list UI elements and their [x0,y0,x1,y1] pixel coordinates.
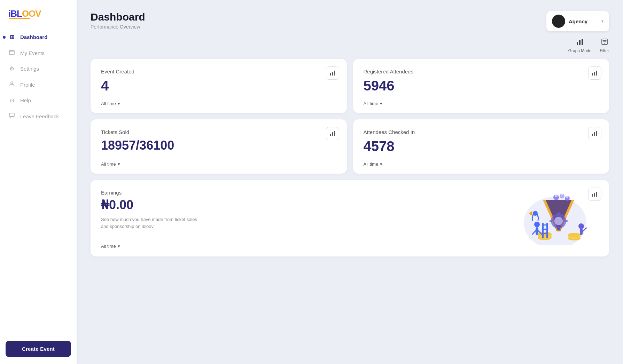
chevron-down-icon: ▾ [380,161,382,167]
svg-rect-27 [596,192,597,197]
attendees-checked-in-card: Attendees Checked In 4578 All time ▾ [353,119,609,174]
earnings-card: Earnings ₦0.00 See how much you have mad… [91,180,609,256]
sidebar-item-settings[interactable]: ⚙ Settings [0,61,77,77]
sidebar-item-label: Settings [20,66,39,72]
agency-selector[interactable]: Agency ▾ [546,11,609,31]
tickets-sold-card: Tickets Sold 18957/36100 All time ▾ [91,119,347,174]
attendees-checked-title: Attendees Checked In [364,129,599,135]
earnings-graph-button[interactable] [588,188,601,201]
sidebar-item-help[interactable]: ⊙ Help [0,93,77,108]
svg-rect-23 [594,132,595,136]
sidebar-item-label: Leave Feedback [20,113,59,119]
tickets-sold-graph-button[interactable] [326,127,339,140]
attendees-checked-graph-button[interactable] [588,127,601,140]
svg-rect-35 [558,212,560,215]
sidebar-item-profile[interactable]: Profile [0,77,77,93]
svg-rect-55 [580,229,583,235]
filter-label: Filter [600,48,609,53]
event-created-graph-button[interactable] [326,66,339,80]
registered-attendees-card: Registered Attendees 5946 All time ▾ [353,59,609,113]
svg-rect-65 [530,212,532,215]
svg-point-50 [534,222,540,227]
earnings-description: See how much you have made from ticket s… [101,216,205,230]
dashboard-icon: ⊞ [8,34,15,40]
tickets-sold-footer: All time ▾ [101,156,336,167]
alltime-label: All time [101,161,116,167]
sidebar: iBLOOV ⊞ Dashboard My Events ⚙ Settings [0,0,77,364]
alltime-label: All time [101,244,116,249]
registered-attendees-value: 5946 [364,79,599,93]
agency-avatar [552,15,565,28]
svg-rect-0 [9,50,14,55]
registered-attendees-graph-button[interactable] [588,66,601,80]
svg-point-4 [11,82,13,84]
svg-rect-24 [596,131,597,136]
svg-rect-7 [579,40,581,45]
svg-rect-38 [565,220,568,222]
page-header: Dashboard Performance Overview Agency ▾ [77,0,623,38]
earnings-alltime-button[interactable]: All time ▾ [101,244,120,249]
agency-name: Agency [569,18,598,24]
registered-attendees-title: Registered Attendees [364,69,599,74]
svg-point-62 [566,196,569,198]
sidebar-item-dashboard[interactable]: ⊞ Dashboard [0,29,77,45]
event-created-value: 4 [101,79,336,93]
chevron-down-icon: ▾ [118,101,120,106]
logo: iBLOOV [0,0,77,26]
svg-rect-8 [582,39,583,45]
sidebar-item-label: Help [20,97,31,103]
attendees-checked-alltime-button[interactable]: All time ▾ [364,161,383,167]
page-title: Dashboard [91,11,145,23]
earnings-content: Earnings ₦0.00 See how much you have mad… [101,190,501,249]
earnings-value: ₦0.00 [101,199,501,211]
create-event-button[interactable]: Create Event [6,341,71,357]
svg-rect-20 [332,132,333,136]
svg-rect-14 [332,72,333,76]
svg-rect-51 [536,227,538,235]
help-icon: ⊙ [8,97,15,104]
feedback-icon [8,113,15,120]
bar-chart-icon [576,38,584,47]
dashboard-toolbar: Graph Mode Filter [77,38,623,59]
svg-rect-21 [334,131,335,136]
svg-rect-25 [592,194,593,197]
registered-attendees-footer: All time ▾ [364,95,599,106]
svg-rect-26 [594,193,595,197]
svg-point-54 [578,223,584,229]
gear-icon: ⚙ [8,65,15,72]
registered-attendees-alltime-button[interactable]: All time ▾ [364,101,383,106]
chevron-down-icon: ▾ [118,244,120,249]
sidebar-item-label: Dashboard [20,34,47,40]
graph-mode-button[interactable]: Graph Mode [568,38,592,53]
event-created-alltime-button[interactable]: All time ▾ [101,101,120,106]
chevron-down-icon: ▾ [601,19,603,24]
filter-icon [601,38,608,47]
tickets-sold-alltime-button[interactable]: All time ▾ [101,161,120,167]
svg-point-44 [568,233,581,237]
svg-rect-36 [558,227,560,230]
attendees-checked-value: 4578 [364,139,599,153]
svg-rect-16 [592,73,593,76]
sidebar-item-leave-feedback[interactable]: Leave Feedback [0,108,77,124]
event-created-card: Event Created 4 All time ▾ [91,59,347,113]
tickets-sold-title: Tickets Sold [101,129,336,135]
event-created-footer: All time ▾ [101,95,336,106]
sidebar-item-label: My Events [20,50,45,56]
alltime-label: All time [364,101,379,106]
filter-button[interactable]: Filter [600,38,609,53]
svg-rect-13 [330,73,331,76]
event-created-title: Event Created [101,69,336,74]
sidebar-item-label: Profile [20,82,35,88]
svg-point-34 [554,217,563,225]
alltime-label: All time [101,101,116,106]
sidebar-footer: Create Event [0,334,77,364]
chevron-down-icon: ▾ [118,161,120,167]
svg-rect-5 [9,113,14,117]
earnings-illustration [501,190,599,245]
sidebar-item-my-events[interactable]: My Events [0,45,77,61]
svg-rect-18 [596,71,597,76]
alltime-label: All time [364,161,379,167]
user-icon [8,81,15,88]
svg-rect-48 [542,229,548,230]
svg-rect-49 [542,233,548,234]
